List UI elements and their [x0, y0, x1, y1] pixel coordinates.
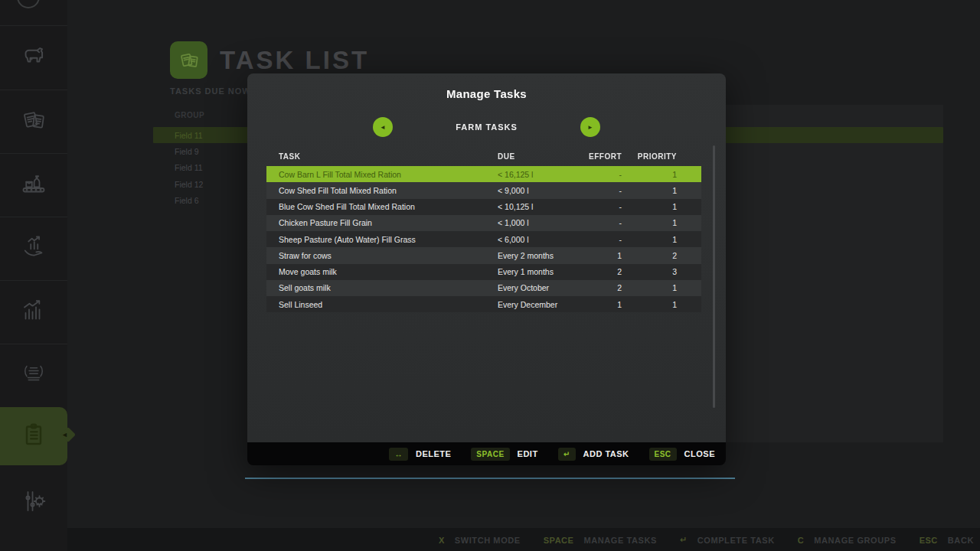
- key-badge: SPACE: [544, 536, 574, 545]
- effort-cell: 2: [576, 283, 622, 292]
- effort-cell: -: [576, 218, 622, 227]
- sidebar: ◄: [0, 0, 67, 551]
- priority-cell: 1: [622, 235, 677, 244]
- task-cell: Move goats milk: [279, 267, 498, 276]
- key-badge: ESC: [649, 448, 677, 461]
- manage-tasks-dialog: Manage Tasks ◄ FARM TASKS ► TASK DUE EFF…: [247, 73, 726, 465]
- priority-cell: 1: [622, 202, 677, 211]
- key-hint[interactable]: ↵ ADD TASK: [558, 448, 629, 461]
- key-hint[interactable]: SPACE MANAGE TASKS: [544, 536, 657, 545]
- key-hint[interactable]: ESC BACK: [920, 536, 974, 545]
- hint-label: MANAGE GROUPS: [814, 536, 896, 545]
- task-cell: Blue Cow Shed Fill Total Mixed Ration: [279, 202, 498, 211]
- column-due: DUE: [498, 152, 576, 161]
- category-label: FARM TASKS: [247, 117, 726, 137]
- dialog-title: Manage Tasks: [247, 87, 726, 100]
- key-hint[interactable]: ↵ COMPLETE TASK: [680, 535, 775, 545]
- task-row[interactable]: Cow Shed Fill Total Mixed Ration < 9,000…: [266, 182, 701, 198]
- due-cell: Every 1 months: [498, 267, 576, 276]
- settings-sliders-icon: [20, 487, 47, 518]
- documents-icon: [20, 106, 47, 137]
- effort-cell: -: [576, 235, 622, 244]
- due-cell: Every 2 months: [498, 251, 576, 260]
- production-icon: [20, 170, 47, 201]
- sidebar-item-production[interactable]: [0, 153, 67, 217]
- task-row[interactable]: Straw for cows Every 2 months 1 2: [266, 247, 701, 263]
- priority-cell: 3: [622, 267, 677, 276]
- key-badge: X: [439, 536, 445, 545]
- key-badge: ↵: [680, 535, 688, 545]
- effort-cell: -: [576, 202, 622, 211]
- hint-label: ADD TASK: [583, 449, 629, 458]
- due-cell: < 10,125 l: [498, 202, 576, 211]
- column-effort: EFFORT: [576, 152, 622, 161]
- group-column-header: GROUP: [175, 111, 204, 119]
- task-row[interactable]: Sell Linseed Every December 1 1: [266, 296, 701, 312]
- chevron-left-icon: ◄: [61, 431, 68, 439]
- sidebar-item-brand[interactable]: [0, 344, 67, 407]
- key-hint[interactable]: X SWITCH MODE: [439, 536, 521, 545]
- task-cell: Sell goats milk: [279, 283, 498, 292]
- effort-cell: 2: [576, 267, 622, 276]
- priority-cell: 1: [622, 186, 677, 195]
- priority-cell: 1: [622, 300, 677, 309]
- key-hint[interactable]: C MANAGE GROUPS: [798, 536, 897, 545]
- table-scrollbar[interactable]: [713, 145, 715, 408]
- priority-cell: 1: [622, 283, 677, 292]
- effort-cell: -: [576, 170, 622, 179]
- bar-chart-icon: [20, 297, 47, 328]
- due-cell: < 9,000 l: [498, 186, 576, 195]
- task-cell: Sheep Pasture (Auto Water) Fill Grass: [279, 235, 498, 244]
- task-row[interactable]: Sell goats milk Every October 2 1: [266, 280, 701, 296]
- page-title: TASK LIST: [220, 46, 369, 75]
- sidebar-item-statistics[interactable]: [0, 280, 67, 344]
- key-badge: ↔: [389, 448, 408, 461]
- hint-label: DELETE: [416, 449, 451, 458]
- due-cell: Every December: [498, 300, 576, 309]
- hint-label: MANAGE TASKS: [583, 536, 657, 545]
- sidebar-item-task-list[interactable]: [0, 407, 67, 465]
- key-hint[interactable]: SPACE EDIT: [471, 448, 537, 461]
- task-cell: Chicken Pasture Fill Grain: [279, 218, 498, 227]
- clock-icon: [17, 0, 40, 8]
- next-category-button[interactable]: ►: [580, 117, 600, 137]
- table-header: TASK DUE EFFORT PRIORITY: [266, 150, 701, 163]
- clipboard-icon: [20, 421, 47, 452]
- finance-hand-chart-icon: [20, 233, 47, 264]
- task-row[interactable]: Sheep Pasture (Auto Water) Fill Grass < …: [266, 231, 701, 247]
- priority-cell: 1: [622, 218, 677, 227]
- task-cell: Sell Linseed: [279, 300, 498, 309]
- due-cell: < 16,125 l: [498, 170, 576, 179]
- key-badge: ESC: [920, 536, 938, 545]
- sidebar-item-finances[interactable]: [0, 217, 67, 280]
- column-priority: PRIORITY: [622, 152, 677, 161]
- key-hint[interactable]: ESC CLOSE: [649, 448, 715, 461]
- hint-label: EDIT: [518, 449, 538, 458]
- task-table: Cow Barn L Fill Total Mixed Ration < 16,…: [266, 166, 701, 312]
- priority-cell: 2: [622, 251, 677, 260]
- sidebar-item-animals[interactable]: [0, 26, 67, 90]
- brand-logo-icon: [20, 360, 47, 391]
- effort-cell: -: [576, 186, 622, 195]
- task-row[interactable]: Blue Cow Shed Fill Total Mixed Ration < …: [266, 199, 701, 215]
- due-cell: < 1,000 l: [498, 218, 576, 227]
- dialog-body: Manage Tasks ◄ FARM TASKS ► TASK DUE EFF…: [247, 73, 726, 442]
- key-hint[interactable]: ↔ DELETE: [389, 448, 451, 461]
- task-row[interactable]: Move goats milk Every 1 months 2 3: [266, 264, 701, 280]
- hint-label: BACK: [948, 536, 974, 545]
- hint-label: COMPLETE TASK: [697, 536, 775, 545]
- column-task: TASK: [279, 152, 498, 161]
- hint-label: CLOSE: [684, 449, 715, 458]
- effort-cell: 1: [576, 300, 622, 309]
- cow-icon: [20, 43, 47, 73]
- category-selector: ◄ FARM TASKS ►: [247, 117, 726, 137]
- task-row[interactable]: Chicken Pasture Fill Grain < 1,000 l - 1: [266, 215, 701, 231]
- sidebar-item-settings[interactable]: [0, 471, 67, 534]
- priority-cell: 1: [622, 170, 677, 179]
- task-cell: Cow Shed Fill Total Mixed Ration: [279, 186, 498, 195]
- hud-hints: X SWITCH MODE SPACE MANAGE TASKS ↵ COMPL…: [439, 535, 974, 545]
- task-cell: Cow Barn L Fill Total Mixed Ration: [279, 170, 498, 179]
- sidebar-item-contracts[interactable]: [0, 90, 67, 153]
- task-row[interactable]: Cow Barn L Fill Total Mixed Ration < 16,…: [266, 166, 701, 182]
- section-divider: [245, 478, 735, 479]
